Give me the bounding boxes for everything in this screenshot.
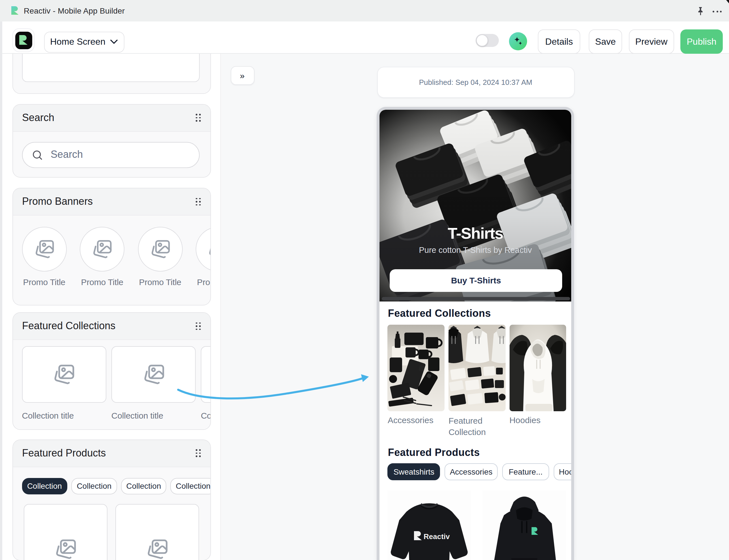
- svg-text:Reactiv: Reactiv: [423, 532, 450, 540]
